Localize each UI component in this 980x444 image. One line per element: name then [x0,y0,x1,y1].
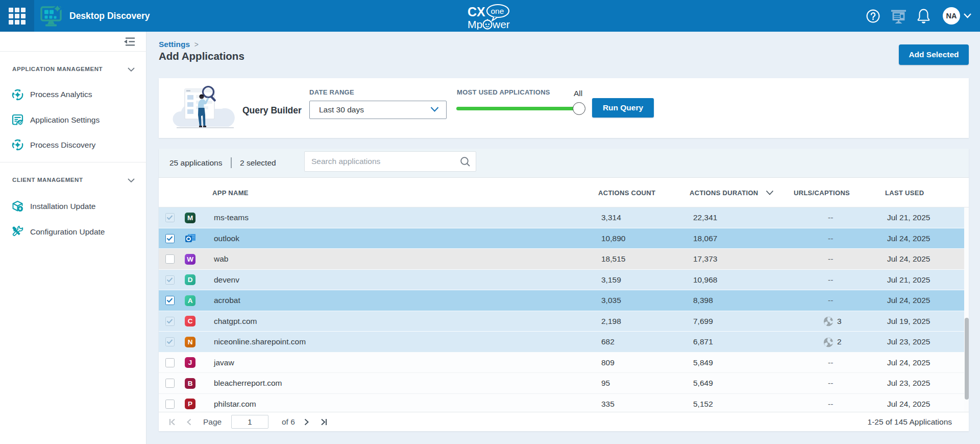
svg-text:wer: wer [492,18,510,30]
svg-text:one: one [491,7,504,15]
svg-text:CX: CX [468,5,485,19]
svg-text:Mp: Mp [468,18,482,30]
